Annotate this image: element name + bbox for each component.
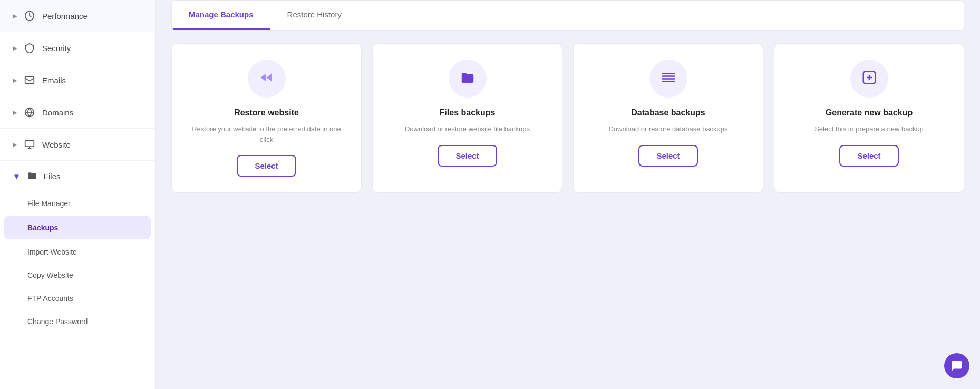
card-title-restore-website: Restore website <box>234 108 299 118</box>
chat-fab-button[interactable] <box>944 353 969 378</box>
expand-arrow-performance: ▶ <box>13 13 17 20</box>
shield-icon <box>23 42 36 54</box>
svg-rect-3 <box>25 141 34 147</box>
sidebar-label-performance: Performance <box>42 12 88 21</box>
main-content: Manage Backups Restore History Restore w… <box>156 0 980 389</box>
select-button-generate-backup[interactable]: Select <box>839 145 898 167</box>
card-desc-generate-backup: Select this to prepare a new backup <box>814 124 924 134</box>
sidebar-label-files: Files <box>44 172 61 181</box>
files-backups-icon-wrap <box>449 60 487 98</box>
card-desc-restore-website: Restore your website to the preferred da… <box>185 124 348 144</box>
card-desc-files-backups: Download or restore website file backups <box>405 124 530 134</box>
sidebar-label-website: Website <box>42 140 71 149</box>
folder-icon <box>27 170 37 182</box>
backup-cards-grid: Restore website Restore your website to … <box>171 43 964 193</box>
card-restore-website: Restore website Restore your website to … <box>171 43 362 193</box>
card-files-backups: Files backups Download or restore websit… <box>372 43 562 193</box>
expand-arrow-security: ▶ <box>13 45 17 52</box>
sidebar-item-backups[interactable]: Backups <box>4 216 151 239</box>
chat-icon <box>951 360 963 372</box>
card-generate-backup: Generate new backup Select this to prepa… <box>774 43 964 193</box>
sidebar-item-files[interactable]: ▼ Files <box>0 161 155 192</box>
sidebar-item-copy-website[interactable]: Copy Website <box>0 264 155 287</box>
select-button-restore-website[interactable]: Select <box>237 155 296 177</box>
generate-backup-icon-wrap <box>850 60 888 98</box>
expand-arrow-files: ▼ <box>13 172 21 181</box>
sidebar-item-file-manager[interactable]: File Manager <box>0 192 155 215</box>
globe-icon <box>23 106 36 119</box>
card-desc-database-backups: Download or restore database backups <box>608 124 727 134</box>
performance-icon <box>23 9 36 22</box>
select-button-files-backups[interactable]: Select <box>438 145 497 167</box>
svg-rect-1 <box>25 76 34 83</box>
sidebar-item-import-website[interactable]: Import Website <box>0 240 155 264</box>
select-button-database-backups[interactable]: Select <box>638 145 697 167</box>
sidebar: ▶ Performance ▶ Security ▶ Emails <box>0 0 156 389</box>
database-backups-icon-wrap <box>649 60 687 98</box>
card-title-database-backups: Database backups <box>631 108 705 118</box>
list-icon <box>661 70 676 87</box>
card-title-files-backups: Files backups <box>440 108 496 118</box>
restore-website-icon-wrap <box>248 60 286 98</box>
add-square-icon <box>861 70 877 87</box>
sidebar-item-website[interactable]: ▶ Website <box>0 129 155 161</box>
files-submenu: File Manager Backups Import Website Copy… <box>0 192 155 333</box>
sidebar-label-emails: Emails <box>42 76 66 85</box>
sidebar-item-performance[interactable]: ▶ Performance <box>0 0 155 32</box>
monitor-icon <box>23 138 36 151</box>
expand-arrow-domains: ▶ <box>13 109 17 116</box>
sidebar-item-ftp-accounts[interactable]: FTP Accounts <box>0 287 155 310</box>
tab-manage-backups[interactable]: Manage Backups <box>172 1 270 30</box>
tab-restore-history[interactable]: Restore History <box>270 1 358 30</box>
card-database-backups: Database backups Download or restore dat… <box>573 43 763 193</box>
sidebar-item-change-password[interactable]: Change Password <box>0 310 155 333</box>
sidebar-label-domains: Domains <box>42 108 73 117</box>
tabs-bar: Manage Backups Restore History <box>171 0 964 31</box>
sidebar-label-security: Security <box>42 44 71 53</box>
folder-solid-icon <box>460 70 476 87</box>
email-icon <box>23 74 36 86</box>
sidebar-item-domains[interactable]: ▶ Domains <box>0 96 155 129</box>
card-title-generate-backup: Generate new backup <box>826 108 913 118</box>
expand-arrow-website: ▶ <box>13 141 17 148</box>
expand-arrow-emails: ▶ <box>13 77 17 84</box>
rewind-icon <box>259 70 275 87</box>
sidebar-item-emails[interactable]: ▶ Emails <box>0 64 155 96</box>
sidebar-item-security[interactable]: ▶ Security <box>0 32 155 64</box>
